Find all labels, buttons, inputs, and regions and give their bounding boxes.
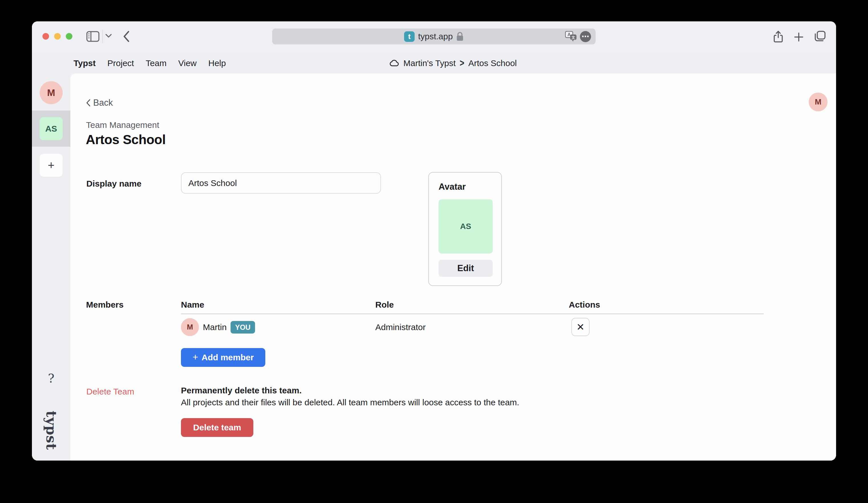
sidebar-selected-item: AS bbox=[32, 111, 70, 147]
back-label: Back bbox=[93, 98, 113, 108]
lock-icon bbox=[456, 32, 464, 41]
table-divider bbox=[181, 314, 764, 314]
member-avatar: M bbox=[181, 318, 199, 336]
back-chevron-icon bbox=[86, 99, 90, 106]
new-tab-icon[interactable] bbox=[794, 32, 804, 42]
sidebar-toggle-icon[interactable] bbox=[86, 31, 100, 42]
browser-back-icon[interactable] bbox=[123, 31, 130, 42]
breadcrumb-current[interactable]: Artos School bbox=[468, 59, 517, 68]
tab-overview-icon[interactable] bbox=[814, 31, 826, 42]
app-menubar: Typst Project Team View Help Martin's Ty… bbox=[32, 53, 836, 73]
sidebar-team-avatar[interactable]: AS bbox=[40, 117, 63, 140]
svg-text:文: 文 bbox=[571, 35, 575, 40]
team-avatar-preview: AS bbox=[438, 199, 493, 253]
browser-toolbar: t typst.app A文 ⋯ bbox=[32, 21, 836, 53]
page-eyebrow: Team Management bbox=[86, 120, 159, 130]
avatar-card: Avatar AS Edit bbox=[428, 172, 502, 286]
add-member-button[interactable]: + Add member bbox=[181, 348, 265, 367]
members-section-label: Members bbox=[86, 300, 124, 310]
workspace-sidebar: M AS + ? typst bbox=[32, 73, 70, 461]
column-header-name: Name bbox=[181, 300, 204, 310]
delete-team-section-label: Delete Team bbox=[86, 387, 134, 397]
more-options-icon[interactable]: ⋯ bbox=[580, 31, 591, 42]
member-role: Administrator bbox=[375, 322, 426, 332]
zoom-window-button[interactable] bbox=[66, 33, 72, 40]
sidebar-user-avatar[interactable]: M bbox=[40, 81, 63, 104]
edit-avatar-button[interactable]: Edit bbox=[438, 260, 493, 277]
column-header-actions: Actions bbox=[569, 300, 600, 310]
browser-window: t typst.app A文 ⋯ Typst Project bbox=[32, 21, 836, 461]
toolbar-divider bbox=[102, 30, 103, 43]
delete-team-description: All projects and their files will be del… bbox=[181, 398, 519, 407]
add-member-label: Add member bbox=[202, 353, 254, 362]
address-bar[interactable]: t typst.app A文 ⋯ bbox=[272, 29, 596, 44]
url-text: typst.app bbox=[418, 32, 453, 41]
column-header-role: Role bbox=[375, 300, 394, 310]
you-badge: YOU bbox=[230, 321, 255, 334]
breadcrumb: Martin's Typst > Artos School bbox=[70, 53, 836, 73]
remove-member-button[interactable]: ✕ bbox=[571, 318, 590, 336]
display-name-input[interactable] bbox=[181, 172, 381, 194]
chevron-down-icon[interactable] bbox=[105, 34, 112, 38]
help-icon[interactable]: ? bbox=[32, 370, 70, 387]
back-button[interactable]: Back bbox=[86, 98, 113, 108]
close-window-button[interactable] bbox=[42, 33, 49, 40]
display-name-label: Display name bbox=[86, 179, 141, 189]
sidebar-add-team-button[interactable]: + bbox=[40, 154, 63, 177]
app-body: M AS + ? typst Back M Team Management Ar… bbox=[32, 73, 836, 461]
member-name: Martin bbox=[203, 322, 227, 332]
plus-icon: + bbox=[192, 352, 198, 363]
breadcrumb-workspace[interactable]: Martin's Typst bbox=[403, 59, 456, 68]
typst-logo: typst bbox=[32, 404, 70, 457]
minimize-window-button[interactable] bbox=[54, 33, 61, 40]
delete-team-button[interactable]: Delete team bbox=[181, 418, 253, 437]
delete-team-headline: Permanently delete this team. bbox=[181, 386, 302, 395]
avatar-card-title: Avatar bbox=[438, 182, 466, 192]
translate-icon[interactable]: A文 bbox=[565, 31, 577, 42]
cloud-icon bbox=[390, 60, 399, 67]
breadcrumb-separator: > bbox=[459, 57, 464, 69]
account-avatar[interactable]: M bbox=[809, 93, 828, 111]
team-management-panel: Back M Team Management Artos School Disp… bbox=[70, 73, 836, 461]
site-favicon: t bbox=[404, 31, 415, 42]
page-title: Artos School bbox=[86, 132, 166, 147]
share-icon[interactable] bbox=[774, 31, 783, 43]
